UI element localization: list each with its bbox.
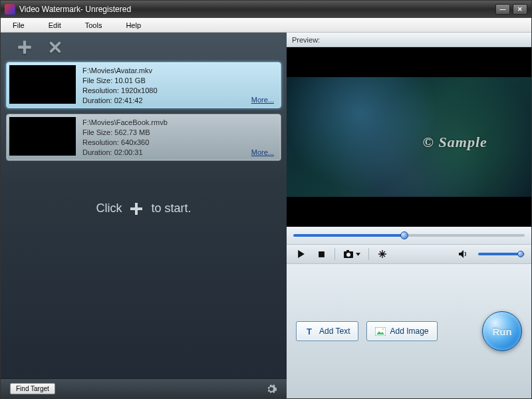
minimize-button[interactable]: — — [495, 4, 510, 15]
hint-post: to start. — [151, 201, 191, 215]
hint-text: Click to start. — [96, 201, 191, 217]
effects-button[interactable] — [374, 247, 390, 261]
seek-bar[interactable] — [287, 227, 531, 244]
file-resolution: Resolution: 1920x1080 — [82, 86, 158, 96]
separator — [368, 248, 369, 260]
file-thumbnail — [9, 65, 76, 104]
preview-label: Preview: — [287, 33, 531, 47]
window-title: Video Watermark- Unregistered — [19, 5, 495, 14]
file-thumbnail — [9, 117, 76, 156]
run-label: Run — [492, 326, 511, 337]
file-list: F:\Movies\Avatar.mkv File Size: 10.01 GB… — [1, 62, 287, 161]
svg-rect-0 — [319, 251, 325, 257]
play-button[interactable] — [293, 247, 309, 261]
app-icon — [5, 4, 15, 15]
file-more-link[interactable]: More... — [251, 96, 274, 104]
workspace: F:\Movies\Avatar.mkv File Size: 10.01 GB… — [1, 33, 531, 398]
left-toolbar — [1, 33, 287, 62]
file-path: F:\Movies\Avatar.mkv — [82, 66, 158, 76]
window-controls: — ✕ — [495, 4, 527, 15]
add-text-label: Add Text — [319, 327, 350, 336]
preview-frame — [287, 77, 531, 197]
titlebar: Video Watermark- Unregistered — ✕ — [1, 1, 531, 18]
menu-edit[interactable]: Edit — [37, 21, 73, 29]
preview-area: © Sample — [287, 47, 531, 227]
stop-button[interactable] — [313, 247, 329, 261]
svg-rect-5 — [375, 327, 386, 336]
close-button[interactable]: ✕ — [513, 4, 527, 15]
seek-track[interactable] — [293, 234, 525, 237]
image-icon — [375, 326, 386, 336]
run-button[interactable]: Run — [482, 311, 522, 351]
sparkle-icon — [378, 249, 387, 259]
seek-thumb[interactable] — [400, 231, 408, 239]
stop-icon — [318, 251, 325, 258]
file-duration: Duration: 02:41:42 — [82, 96, 158, 106]
menu-help[interactable]: Help — [114, 21, 153, 29]
settings-button[interactable] — [265, 383, 277, 395]
menubar: File Edit Tools Help — [1, 18, 531, 33]
app-window: Video Watermark- Unregistered — ✕ File E… — [0, 0, 532, 399]
svg-text:T: T — [307, 327, 312, 336]
menu-file[interactable]: File — [1, 21, 37, 29]
plus-icon — [128, 201, 144, 217]
speaker-icon — [459, 250, 468, 258]
file-duration: Duration: 02:00:31 — [82, 148, 168, 158]
add-file-button[interactable] — [15, 38, 34, 57]
chevron-down-icon — [356, 253, 360, 256]
remove-icon — [48, 40, 63, 55]
left-pane: F:\Movies\Avatar.mkv File Size: 10.01 GB… — [1, 33, 287, 398]
hint-area: Click to start. — [1, 161, 287, 378]
file-item[interactable]: F:\Movies\FaceBook.rmvb File Size: 562.7… — [6, 114, 281, 160]
add-image-button[interactable]: Add Image — [366, 321, 437, 341]
add-text-button[interactable]: T Add Text — [296, 321, 358, 341]
file-meta: F:\Movies\FaceBook.rmvb File Size: 562.7… — [82, 117, 168, 157]
svg-point-6 — [382, 328, 384, 330]
separator — [334, 248, 335, 260]
menu-tools[interactable]: Tools — [73, 21, 114, 29]
volume-thumb[interactable] — [517, 251, 524, 257]
file-more-link[interactable]: More... — [251, 148, 274, 156]
remove-file-button[interactable] — [46, 38, 65, 57]
file-meta: F:\Movies\Avatar.mkv File Size: 10.01 GB… — [82, 65, 158, 105]
find-target-button[interactable]: Find Target — [10, 383, 55, 394]
file-item[interactable]: F:\Movies\Avatar.mkv File Size: 10.01 GB… — [6, 62, 281, 108]
volume-slider[interactable] — [478, 253, 525, 255]
text-icon: T — [305, 326, 315, 336]
plus-icon — [16, 39, 33, 56]
volume-button[interactable] — [456, 247, 471, 261]
svg-rect-3 — [346, 250, 349, 252]
right-pane: Preview: © Sample — [287, 33, 531, 398]
file-path: F:\Movies\FaceBook.rmvb — [82, 118, 168, 128]
gear-icon — [265, 383, 277, 395]
action-row: T Add Text Add Image Run — [287, 264, 531, 398]
snapshot-button[interactable] — [340, 247, 363, 261]
left-footer: Find Target — [1, 378, 287, 398]
file-size: File Size: 562.73 MB — [82, 128, 168, 138]
file-resolution: Resolution: 640x360 — [82, 138, 168, 148]
watermark-overlay: © Sample — [423, 134, 487, 151]
file-size: File Size: 10.01 GB — [82, 76, 158, 86]
play-icon — [297, 250, 305, 258]
svg-point-2 — [346, 253, 350, 257]
add-image-label: Add Image — [390, 327, 428, 336]
player-controls — [287, 244, 531, 264]
camera-icon — [344, 250, 354, 258]
hint-pre: Click — [96, 201, 122, 215]
